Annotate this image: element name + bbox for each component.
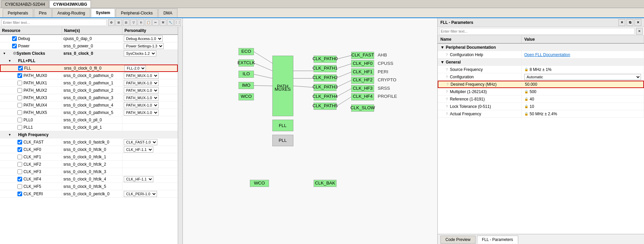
tree-row-clk_hf3[interactable]: CLK_HF3srss_0_clock_0_hfclk_3 (0, 168, 178, 175)
tree-row-clk_hf2[interactable]: CLK_HF2srss_0_clock_0_hfclk_2 (0, 161, 178, 168)
left-filter-input[interactable] (1, 19, 107, 26)
help-icon-actual_freq[interactable]: ? (446, 112, 448, 116)
checkbox-clk_hf4[interactable] (17, 177, 22, 181)
filter-btn[interactable]: ▽ (130, 19, 137, 26)
tool1-icon[interactable]: ⚒ (160, 19, 166, 26)
tree-row-pll0[interactable]: PLL0srss_0_clock_0_pll_0 (0, 116, 178, 124)
section-expand-icon-peripheral_doc[interactable]: ▼ (440, 45, 444, 50)
tree-row-clk_hf5[interactable]: CLK_HF5srss_0_clock_0_hfclk_5 (0, 183, 178, 190)
tree-row-path_mux2[interactable]: PATH_MUX2srss_0_clock_0_pathmux_2PATH_MU… (0, 87, 178, 94)
tree-row-system_clocks[interactable]: ▼⚙ System Clockssrss_0_clock_0SysClocks-… (0, 50, 178, 57)
cut-icon[interactable]: ✂ (152, 19, 159, 26)
tree-row-path_mux5[interactable]: PATH_MUX5srss_0_clock_0_pathmux_5PATH_MU… (0, 109, 178, 116)
tree-row-path_mux3[interactable]: PATH_MUX3srss_0_clock_0_pathmux_3PATH_MU… (0, 94, 178, 101)
nav-tab-peripheral-clocks[interactable]: Peripheral-Clocks (116, 8, 158, 17)
checkbox-fll[interactable] (18, 66, 23, 71)
checkbox-clk_hf3[interactable] (17, 169, 22, 174)
checkbox-power[interactable] (12, 44, 17, 48)
tab-device2[interactable]: CYW4343WKUBG (49, 0, 91, 8)
help-icon-configuration[interactable]: ? (446, 75, 448, 79)
personality-dropdown-path_mux5[interactable]: PATH_MUX-1.0 (124, 110, 159, 116)
param-link-config_help[interactable]: Open FLL Documentation (524, 52, 570, 57)
expand-icon-high_freq[interactable]: ▼ (7, 132, 12, 137)
checkbox-path_mux0[interactable] (17, 73, 22, 78)
filter-icon[interactable]: ⚙ (108, 19, 115, 26)
personality-dropdown-power[interactable]: Power Settings-1.3 (124, 43, 164, 49)
param-input-desired_freq[interactable] (525, 81, 640, 87)
checkbox-path_mux4[interactable] (17, 103, 22, 108)
personality-dropdown-debug[interactable]: Debug Access-1.0 (124, 36, 163, 42)
checkbox-path_mux5[interactable] (17, 110, 22, 115)
personality-dropdown-fll[interactable]: FLL-2.0 (124, 65, 146, 71)
clear-filter-icon[interactable]: ✕ (619, 19, 625, 26)
personality-dropdown-path_mux1[interactable]: PATH_MUX-1.0 (124, 80, 159, 86)
checkbox-pll0[interactable] (17, 118, 22, 122)
personality-dropdown-path_mux4[interactable]: PATH_MUX-1.0 (124, 102, 159, 108)
checkbox-clk_hf0[interactable] (17, 147, 22, 152)
tree-row-high_freq[interactable]: ▼High Frequency (0, 131, 178, 138)
nav-tab-analog-routing[interactable]: Analog-Routing (52, 8, 90, 17)
tool2-icon[interactable]: 🔧 (167, 19, 174, 26)
collapse-all-icon[interactable]: ⊟ (123, 19, 129, 26)
personality-dropdown-clk_peri[interactable]: CLK_PERI-1.0 (124, 191, 157, 197)
tree-row-clk_hf1[interactable]: CLK_HF1srss_0_clock_0_hfclk_1 (0, 153, 178, 161)
tree-row-fll_pll[interactable]: ▼FLL+PLL (0, 57, 178, 65)
paste-icon[interactable]: 📋 (145, 19, 152, 26)
checkbox-clk_fast[interactable] (17, 140, 22, 145)
checkbox-debug[interactable] (12, 36, 17, 41)
tree-row-pll1[interactable]: PLL1srss_0_clock_0_pll_1 (0, 124, 178, 131)
tree-row-debug[interactable]: Debugcpuss_0_dap_0Debug Access-1.0 (0, 35, 178, 42)
tree-row-path_mux0[interactable]: PATH_MUX0srss_0_clock_0_pathmux_0PATH_MU… (0, 72, 178, 79)
personality-dropdown-system_clocks[interactable]: SysClocks-1.2 (124, 50, 156, 56)
param-dropdown-configuration[interactable]: Automatic (524, 74, 641, 80)
param-section-general[interactable]: ▼ General (438, 58, 644, 66)
help-icon-source_freq[interactable]: ? (446, 68, 448, 72)
help-icon-desired_freq[interactable]: ? (446, 82, 448, 86)
checkbox-path_mux3[interactable] (17, 95, 22, 100)
help-icon-lock_tolerance[interactable]: ? (446, 105, 448, 109)
checkbox-clk_hf5[interactable] (17, 184, 22, 189)
personality-dropdown-clk_fast[interactable]: CLK_FAST-1.0 (124, 139, 157, 145)
tree-row-power[interactable]: Powersrss_0_power_0Power Settings-1.3 (0, 42, 178, 50)
expand-icon-fll_pll[interactable]: ▼ (7, 58, 12, 63)
nav-tab-peripherals[interactable]: Peripherals (3, 8, 33, 17)
nav-tab-dma[interactable]: DMA (158, 8, 177, 17)
tree-row-clk_fast[interactable]: CLK_FASTsrss_0_clock_0_fastclk_0CLK_FAST… (0, 138, 178, 146)
right-filter-input[interactable] (439, 28, 635, 35)
clear-search-icon[interactable]: ✕ (636, 28, 643, 35)
personality-dropdown-clk_hf0[interactable]: CLK_HF-1.1 (124, 147, 153, 153)
restore-icon[interactable]: ⧉ (627, 19, 633, 26)
param-section-peripheral_doc[interactable]: ▼ Peripheral Documentation (438, 44, 644, 51)
checkbox-path_mux2[interactable] (17, 88, 22, 93)
tree-row-clk_peri[interactable]: CLK_PERIsrss_0_clock_0_periclk_0CLK_PERI… (0, 190, 178, 198)
personality-dropdown-path_mux0[interactable]: PATH_MUX-1.0 (124, 73, 159, 79)
checkbox-clk_peri[interactable] (17, 192, 22, 196)
personality-dropdown-clk_hf4[interactable]: CLK_HF-1.1 (124, 176, 153, 182)
checkbox-path_mux1[interactable] (17, 81, 22, 85)
bottom-tab-code-preview[interactable]: Code Preview (440, 236, 476, 244)
section-expand-icon-general[interactable]: ▼ (440, 60, 444, 65)
help-icon-reference[interactable]: ? (446, 97, 448, 101)
expand-all-icon[interactable]: ⊞ (115, 19, 122, 26)
tree-row-clk_hf4[interactable]: CLK_HF4srss_0_clock_0_hfclk_4CLK_HF-1.1 (0, 175, 178, 183)
expand-icon-system_clocks[interactable]: ▼ (2, 51, 7, 56)
bottom-tab-fll-params[interactable]: FLL - Parameters (477, 236, 518, 244)
tree-row-fll[interactable]: FLLsrss_0_clock_0_fll_0FLL-2.0 (0, 65, 178, 72)
copy-icon[interactable]: ⎘ (138, 19, 144, 26)
checkbox-pll1[interactable] (17, 125, 22, 130)
tree-row-path_mux4[interactable]: PATH_MUX4srss_0_clock_0_pathmux_4PATH_MU… (0, 101, 178, 109)
tab-device1[interactable]: CY8C624ABZI-S2D44 (1, 0, 49, 8)
checkbox-clk_hf1[interactable] (17, 155, 22, 159)
personality-dropdown-path_mux3[interactable]: PATH_MUX-1.0 (124, 95, 159, 101)
tree-scrollbar[interactable] (178, 27, 182, 244)
nav-tab-pins[interactable]: Pins (34, 8, 52, 17)
checkbox-clk_hf2[interactable] (17, 162, 22, 167)
close-panel-icon[interactable]: ✕ (635, 19, 641, 26)
nav-tab-system[interactable]: System (91, 8, 115, 17)
tree-row-path_mux1[interactable]: PATH_MUX1srss_0_clock_0_pathmux_1PATH_MU… (0, 79, 178, 87)
tree-row-clk_hf0[interactable]: CLK_HF0srss_0_clock_0_hfclk_0CLK_HF-1.1 (0, 146, 178, 153)
help-icon-multiplier[interactable]: ? (446, 90, 448, 94)
personality-dropdown-path_mux2[interactable]: PATH_MUX-1.0 (124, 87, 159, 93)
help-icon-config_help[interactable]: ? (446, 53, 448, 57)
grid-icon[interactable]: ⋮⋮ (174, 19, 181, 26)
